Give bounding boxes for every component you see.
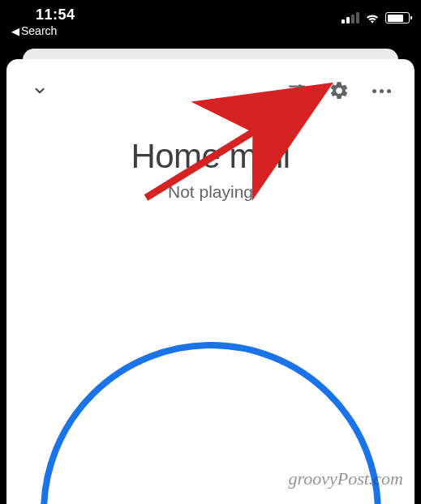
back-label: Search [21, 24, 57, 37]
battery-icon [385, 12, 410, 23]
back-to-search[interactable]: ◀ Search [11, 24, 75, 37]
status-right [342, 6, 410, 24]
equalizer-button[interactable] [280, 74, 314, 108]
svg-rect-3 [299, 84, 301, 88]
device-name: Home mini [6, 137, 415, 176]
chevron-down-icon [32, 83, 47, 98]
playback-status: Not playing [6, 182, 415, 202]
status-left: 11:54 ◀ Search [11, 6, 75, 37]
collapse-button[interactable] [23, 74, 57, 108]
svg-rect-4 [292, 89, 294, 92]
clock: 11:54 [11, 6, 75, 23]
status-bar: 11:54 ◀ Search [0, 0, 421, 45]
equalizer-icon [286, 80, 307, 101]
svg-rect-5 [297, 93, 299, 96]
settings-button[interactable] [322, 74, 356, 108]
gear-icon [329, 80, 350, 101]
cellular-signal-icon [342, 12, 359, 23]
more-horizontal-icon [372, 89, 391, 93]
back-arrow-icon: ◀ [11, 25, 19, 37]
more-button[interactable] [364, 74, 398, 108]
wifi-icon [364, 11, 380, 24]
watermark: groovyPost.com [288, 468, 403, 489]
toolbar [6, 59, 415, 116]
device-sheet: Home mini Not playing [6, 59, 415, 504]
